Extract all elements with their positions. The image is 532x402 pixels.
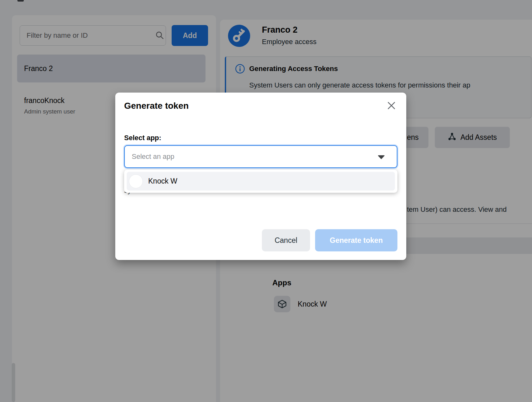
- app-avatar: [129, 174, 143, 188]
- chevron-down-icon: [378, 155, 385, 159]
- select-placeholder: Select an app: [132, 152, 378, 161]
- generate-token-button[interactable]: Generate token: [315, 229, 397, 251]
- cancel-button[interactable]: Cancel: [262, 229, 310, 251]
- generate-token-modal: Generate token Select app: Select an app…: [115, 93, 406, 260]
- dropdown-option-label: Knock W: [148, 177, 177, 185]
- select-app-label: Select app:: [124, 134, 161, 142]
- dropdown-option-knock-w[interactable]: Knock W: [127, 172, 395, 191]
- modal-title: Generate token: [124, 101, 189, 111]
- app-select-dropdown[interactable]: Select an app: [124, 145, 397, 168]
- close-icon[interactable]: [385, 100, 397, 112]
- app-dropdown-menu: Knock W: [124, 170, 397, 193]
